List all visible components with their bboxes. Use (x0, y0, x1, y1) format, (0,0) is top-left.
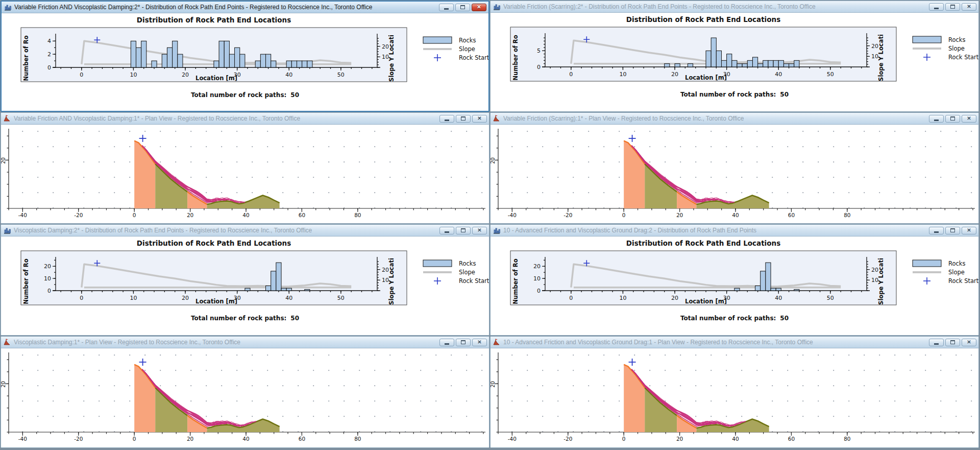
bar (281, 288, 286, 291)
bar (291, 61, 297, 67)
restore-button[interactable] (456, 339, 471, 346)
restore-button[interactable] (945, 339, 960, 346)
histogram-svg: Distribution of Rock Path End Locations0… (2, 13, 488, 91)
window-plan-view-7: 10 - Advanced Friction and Viscoplastic … (490, 336, 979, 448)
y-tick-label: 0 (537, 288, 541, 294)
restore-button[interactable] (945, 115, 960, 123)
plan-x-tick-label: 80 (844, 436, 850, 442)
bar (758, 64, 763, 67)
window-title: 10 - Advanced Friction and Viscoplastic … (503, 339, 926, 346)
minimize-button[interactable] (439, 115, 454, 123)
bar (266, 286, 271, 291)
close-button[interactable]: ✕ (962, 227, 976, 234)
plan-x-tick-label: -20 (564, 436, 572, 442)
plan-view-icon (3, 114, 11, 123)
mdi-workspace: Variable Friction AND Viscoplastic Dampi… (0, 0, 980, 450)
x-tick-label: 50 (827, 295, 834, 301)
chart-frame (21, 28, 407, 82)
close-button[interactable]: ✕ (472, 227, 487, 234)
bar (732, 60, 737, 67)
plan-x-tick-label: 40 (242, 212, 249, 218)
x-tick-label: 50 (337, 72, 345, 78)
y-axis-label: Number of Ro (512, 35, 519, 80)
window-titlebar[interactable]: Viscoplastic Damping:2* - Distribution o… (1, 225, 489, 236)
x-tick-label: 40 (285, 72, 292, 78)
chart-area: Distribution of Rock Path End Locations0… (491, 13, 978, 90)
x-tick-label: 10 (130, 72, 137, 78)
bar (286, 288, 291, 291)
bar (260, 54, 265, 67)
window-titlebar[interactable]: Variable Friction (Scarring):2* - Distri… (491, 1, 978, 13)
window-titlebar[interactable]: 10 - Advanced Friction and Viscoplastic … (491, 337, 978, 348)
restore-button[interactable] (456, 227, 471, 234)
window-titlebar[interactable]: 10 - Advanced Friction and Viscoplastic … (491, 225, 978, 236)
y-axis-label: Number of Ro (22, 35, 30, 81)
window-plan-view-3: Variable Friction (Scarring):1* - Plan V… (490, 112, 979, 224)
window-titlebar[interactable]: Variable Friction AND Viscoplastic Dampi… (2, 2, 488, 13)
plan-x-tick-label: 20 (187, 436, 193, 442)
restore-icon (460, 5, 465, 9)
restore-button[interactable] (456, 115, 471, 123)
minimize-button[interactable] (439, 339, 454, 346)
minimize-button[interactable] (929, 227, 944, 234)
restore-button[interactable] (455, 4, 470, 11)
minimize-button[interactable] (439, 227, 454, 234)
x-axis-label: Location [m] (195, 298, 237, 305)
chart-area: -40-2002040608020 (491, 125, 978, 222)
histogram-icon (493, 226, 501, 234)
restore-icon (950, 5, 955, 9)
bar (778, 60, 783, 67)
plan-x-tick-label: 40 (242, 436, 249, 442)
window-buttons: ✕ (929, 227, 976, 234)
plan-x-tick-label: 80 (354, 212, 361, 218)
plan-y-tick-label: 20 (491, 157, 496, 164)
bar (245, 288, 250, 291)
x-tick-label: 20 (671, 71, 678, 78)
close-button[interactable]: ✕ (472, 339, 487, 346)
bar (742, 64, 747, 67)
minimize-button[interactable] (929, 339, 944, 346)
close-button[interactable]: ✕ (962, 339, 976, 346)
bar (136, 48, 141, 67)
window-distribution-4: Viscoplastic Damping:2* - Distribution o… (1, 224, 489, 336)
close-button[interactable]: ✕ (962, 3, 976, 11)
bar (271, 271, 276, 291)
y-tick-label: 20 (533, 263, 541, 270)
window-titlebar[interactable]: Viscoplastic Damping:1* - Plan View - Re… (1, 337, 489, 348)
restore-button[interactable] (945, 3, 960, 11)
window-buttons: ✕ (439, 4, 486, 11)
window-title: Variable Friction (Scarring):2* - Distri… (503, 3, 926, 10)
bar (794, 290, 799, 291)
restore-icon (461, 116, 465, 121)
x-tick-label: 20 (182, 295, 189, 301)
window-buttons: ✕ (929, 115, 976, 123)
window-content: Distribution of Rock Path End Locations0… (491, 13, 978, 111)
bar (173, 41, 178, 67)
x-tick-label: 20 (182, 72, 189, 78)
restore-button[interactable] (945, 227, 960, 234)
window-content: Distribution of Rock Path End Locations0… (1, 236, 489, 335)
bar (219, 41, 224, 67)
minimize-button[interactable] (929, 115, 944, 123)
window-titlebar[interactable]: Variable Friction (Scarring):1* - Plan V… (491, 113, 978, 125)
minimize-icon (445, 231, 449, 233)
window-titlebar[interactable]: Variable Friction AND Viscoplastic Dampi… (1, 113, 489, 125)
minimize-button[interactable] (929, 3, 944, 11)
close-button[interactable]: ✕ (472, 115, 487, 123)
bar (178, 54, 183, 67)
plan-view-icon (3, 338, 11, 346)
minimize-button[interactable] (439, 4, 454, 11)
legend-label: Slope (948, 45, 965, 52)
restore-icon (950, 116, 955, 121)
legend-label: Rocks (948, 260, 965, 267)
legend-rocks-swatch (423, 260, 452, 267)
close-button[interactable]: ✕ (472, 4, 486, 11)
total-rock-paths-text: Total number of rock paths:50 (2, 91, 488, 99)
restore-icon (461, 340, 465, 344)
chart-frame (510, 27, 896, 81)
window-buttons: ✕ (439, 227, 487, 234)
close-button[interactable]: ✕ (962, 115, 976, 123)
bar (721, 60, 726, 67)
y2-axis-label: Slope Y Locati (388, 35, 395, 82)
bar (771, 288, 776, 291)
